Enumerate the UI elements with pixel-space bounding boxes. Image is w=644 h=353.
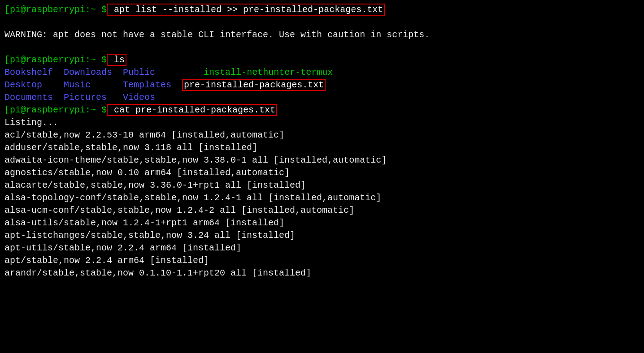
warning-line: WARNING: apt does not have a stable CLI … [4, 29, 640, 41]
ls-videos: Videos [123, 92, 155, 103]
cat-line-1: acl/stable,now 2.2.53-10 arm64 [installe… [4, 129, 640, 142]
cat-line-8: alsa-utils/stable,now 1.2.4-1+rpt1 arm64… [4, 217, 640, 229]
ls-music: Music [64, 80, 123, 90]
ls-downloads: Downloads [64, 67, 123, 77]
cat-line-7: alsa-ucm-conf/stable,stable,now 1.2.4-2 … [4, 204, 640, 217]
ls-public: Public [123, 67, 182, 77]
ls-row-3: Documents Pictures Videos [4, 91, 640, 104]
cat-listing: Listing... [4, 116, 640, 129]
cat-line-3: adwaita-icon-theme/stable,stable,now 3.3… [4, 154, 640, 167]
line-ls-prompt: [pi@raspberrypi:~ $ ls [4, 54, 640, 66]
ls-preinstalled: pre-installed-packages.txt [182, 79, 326, 91]
ls-documents: Documents [4, 92, 64, 103]
prompt-3: [pi@raspberrypi:~ $ [4, 105, 107, 115]
cat-line-10: apt-utils/stable,now 2.2.4 arm64 [instal… [4, 242, 640, 254]
cat-line-5: alacarte/stable,stable,now 3.36.0-1+rpt1… [4, 179, 640, 192]
ls-desktop: Desktop [4, 80, 64, 90]
cmd-boxed-cat: cat pre-installed-packages.txt [107, 104, 277, 116]
ls-bookshelf: Bookshelf [4, 67, 64, 77]
blank-2 [4, 41, 640, 54]
ls-row-2: Desktop Music Templates pre-installed-pa… [4, 79, 640, 91]
line-1: [pi@raspberrypi:~ $ apt list --installed… [4, 4, 640, 16]
cat-line-4: agnostics/stable,now 0.10 arm64 [install… [4, 167, 640, 179]
ls-nethunter: install-nethunter-termux [204, 67, 333, 77]
prompt-1: [pi@raspberrypi:~ $ [4, 4, 107, 15]
cat-line-9: apt-listchanges/stable,stable,now 3.24 a… [4, 229, 640, 242]
prompt-2: [pi@raspberrypi:~ $ [4, 55, 107, 65]
cat-line-6: alsa-topology-conf/stable,stable,now 1.2… [4, 192, 640, 204]
terminal: [pi@raspberrypi:~ $ apt list --installed… [4, 4, 640, 280]
blank-1 [4, 16, 640, 29]
ls-pictures: Pictures [64, 92, 123, 103]
line-cat-prompt: [pi@raspberrypi:~ $ cat pre-installed-pa… [4, 104, 640, 116]
cat-line-12: arandr/stable,stable,now 0.1.10-1.1+rpt2… [4, 267, 640, 280]
ls-row-1: Bookshelf Downloads Public install-nethu… [4, 66, 640, 79]
cmd-boxed-ls: ls [107, 54, 126, 66]
cmd-boxed-1: apt list --installed >> pre-installed-pa… [107, 4, 385, 16]
ls-templates: Templates [123, 80, 182, 90]
cat-line-2: adduser/stable,stable,now 3.118 all [ins… [4, 142, 640, 154]
cat-line-11: apt/stable,now 2.2.4 arm64 [installed] [4, 254, 640, 267]
